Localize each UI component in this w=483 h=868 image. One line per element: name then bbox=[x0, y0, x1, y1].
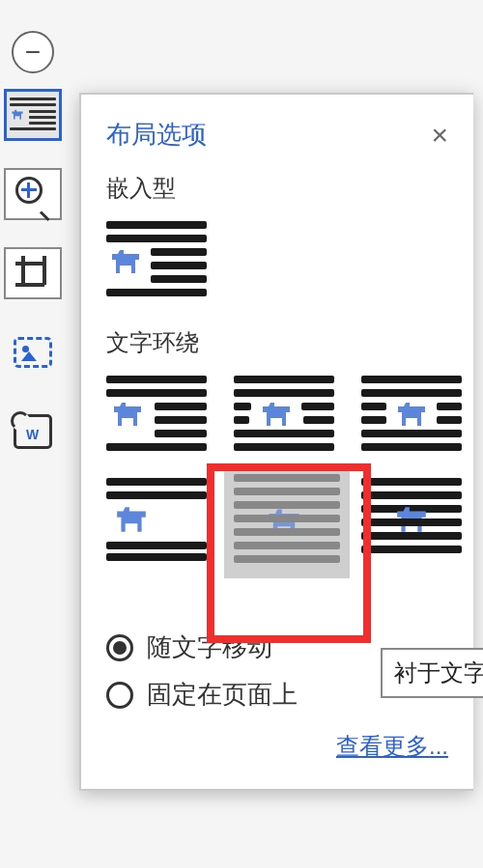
radio-icon bbox=[106, 634, 133, 661]
reset-picture-button[interactable]: W bbox=[4, 406, 62, 458]
radio-fixed-label: 固定在页面上 bbox=[147, 678, 298, 712]
wrap-inline[interactable] bbox=[106, 221, 207, 302]
reset-picture-icon: W bbox=[14, 414, 52, 449]
zoom-button[interactable] bbox=[4, 168, 62, 220]
wrap-top-bottom[interactable] bbox=[106, 478, 207, 559]
image-placeholder-button[interactable] bbox=[4, 326, 62, 378]
magnify-plus-icon bbox=[15, 177, 50, 211]
close-icon[interactable]: × bbox=[431, 121, 448, 150]
section-inline-label: 嵌入型 bbox=[106, 173, 448, 204]
side-toolbar: W bbox=[0, 89, 66, 458]
tooltip: 衬于文字下 bbox=[381, 648, 483, 698]
wrap-square[interactable] bbox=[106, 376, 207, 457]
wrap-tight[interactable] bbox=[234, 376, 334, 457]
layout-options-icon bbox=[10, 98, 56, 132]
section-wrap-label: 文字环绕 bbox=[106, 327, 448, 358]
image-dashed-icon bbox=[14, 337, 52, 368]
wrap-through[interactable] bbox=[361, 376, 462, 457]
crop-button[interactable] bbox=[4, 247, 62, 299]
radio-move-label: 随文字移动 bbox=[147, 630, 272, 664]
collapse-label: − bbox=[25, 37, 41, 68]
collapse-button[interactable]: − bbox=[12, 31, 54, 73]
see-more-link[interactable]: 查看更多... bbox=[336, 733, 448, 759]
panel-title: 布局选项 bbox=[106, 118, 207, 152]
layout-options-panel: 布局选项 × 嵌入型 文字环绕 bbox=[79, 93, 473, 791]
crop-icon bbox=[15, 256, 50, 291]
wrap-in-front[interactable] bbox=[361, 478, 462, 559]
wrap-behind-text[interactable] bbox=[224, 470, 350, 578]
radio-icon bbox=[106, 682, 133, 709]
layout-options-button[interactable] bbox=[4, 89, 62, 141]
